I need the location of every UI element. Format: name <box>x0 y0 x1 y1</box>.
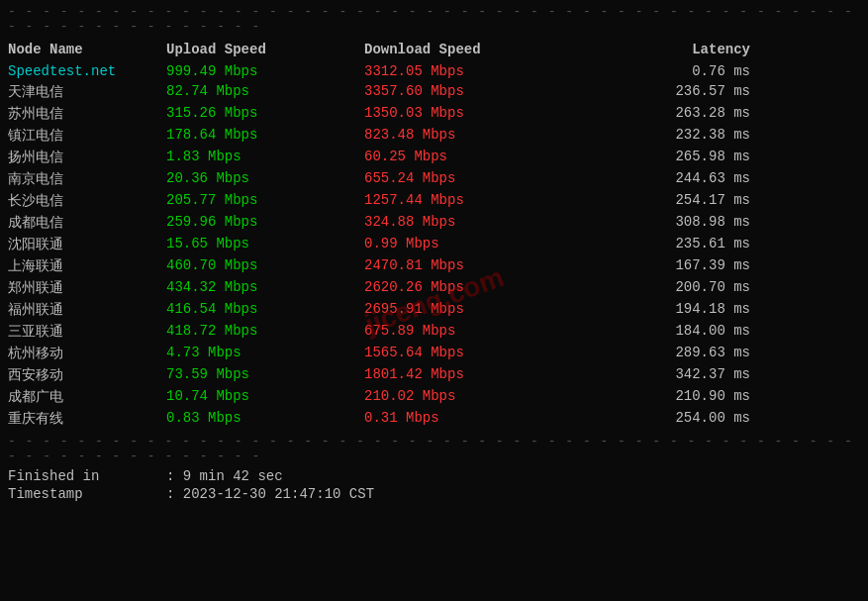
row-download: 324.88 Mbps <box>364 214 592 232</box>
row-latency: 167.39 ms <box>592 257 750 275</box>
row-download: 1257.44 Mbps <box>364 192 592 210</box>
footer-finished: Finished in : 9 min 42 sec <box>0 467 868 485</box>
row-latency: 263.28 ms <box>592 105 750 123</box>
row-latency: 210.90 ms <box>592 388 750 406</box>
header-node-name: Node Name <box>8 42 166 57</box>
row-latency: 342.37 ms <box>592 366 750 384</box>
row-name: 镇江电信 <box>8 127 166 145</box>
table-row: 南京电信 20.36 Mbps 655.24 Mbps 244.63 ms <box>0 168 868 190</box>
row-upload: 178.64 Mbps <box>166 127 364 145</box>
row-name: 三亚联通 <box>8 323 166 341</box>
row-download: 2620.26 Mbps <box>364 279 592 297</box>
row-upload: 205.77 Mbps <box>166 192 364 210</box>
table-row: 重庆有线 0.83 Mbps 0.31 Mbps 254.00 ms <box>0 408 868 430</box>
row-download: 0.99 Mbps <box>364 236 592 253</box>
table-row: 成都电信 259.96 Mbps 324.88 Mbps 308.98 ms <box>0 212 868 234</box>
row-upload: 416.54 Mbps <box>166 301 364 319</box>
row-upload: 434.32 Mbps <box>166 279 364 297</box>
row-name: 郑州联通 <box>8 279 166 297</box>
header-latency: Latency <box>592 42 750 57</box>
row-latency: 254.17 ms <box>592 192 750 210</box>
row-name: 苏州电信 <box>8 105 166 123</box>
row-download: 60.25 Mbps <box>364 149 592 166</box>
row-upload: 999.49 Mbps <box>166 63 364 79</box>
row-name: 长沙电信 <box>8 192 166 210</box>
row-download: 2695.91 Mbps <box>364 301 592 319</box>
table-row: 苏州电信 315.26 Mbps 1350.03 Mbps 263.28 ms <box>0 103 868 125</box>
table-body: Speedtest.net 999.49 Mbps 3312.05 Mbps 0… <box>0 61 868 430</box>
row-latency: 244.63 ms <box>592 170 750 188</box>
footer-timestamp: Timestamp : 2023-12-30 21:47:10 CST <box>0 485 868 503</box>
row-upload: 4.73 Mbps <box>166 345 364 362</box>
row-download: 0.31 Mbps <box>364 410 592 428</box>
row-name: Speedtest.net <box>8 63 166 79</box>
table-row: 杭州移动 4.73 Mbps 1565.64 Mbps 289.63 ms <box>0 343 868 364</box>
row-download: 3312.05 Mbps <box>364 63 592 79</box>
row-latency: 254.00 ms <box>592 410 750 428</box>
table-row: 沈阳联通 15.65 Mbps 0.99 Mbps 235.61 ms <box>0 234 868 255</box>
row-upload: 315.26 Mbps <box>166 105 364 123</box>
top-divider: - - - - - - - - - - - - - - - - - - - - … <box>0 0 868 38</box>
table-row: 镇江电信 178.64 Mbps 823.48 Mbps 232.38 ms <box>0 125 868 147</box>
table-row: 长沙电信 205.77 Mbps 1257.44 Mbps 254.17 ms <box>0 190 868 212</box>
timestamp-value: : 2023-12-30 21:47:10 CST <box>166 486 374 502</box>
row-upload: 82.74 Mbps <box>166 83 364 101</box>
row-download: 823.48 Mbps <box>364 127 592 145</box>
row-download: 3357.60 Mbps <box>364 83 592 101</box>
row-latency: 0.76 ms <box>592 63 750 79</box>
row-name: 上海联通 <box>8 257 166 275</box>
row-download: 1350.03 Mbps <box>364 105 592 123</box>
row-name: 福州联通 <box>8 301 166 319</box>
table-row: 上海联通 460.70 Mbps 2470.81 Mbps 167.39 ms <box>0 255 868 277</box>
row-upload: 0.83 Mbps <box>166 410 364 428</box>
table-row: 西安移动 73.59 Mbps 1801.42 Mbps 342.37 ms <box>0 364 868 386</box>
table-row: Speedtest.net 999.49 Mbps 3312.05 Mbps 0… <box>0 61 868 81</box>
row-upload: 10.74 Mbps <box>166 388 364 406</box>
row-name: 杭州移动 <box>8 345 166 362</box>
table-row: 郑州联通 434.32 Mbps 2620.26 Mbps 200.70 ms <box>0 277 868 299</box>
row-download: 2470.81 Mbps <box>364 257 592 275</box>
row-latency: 194.18 ms <box>592 301 750 319</box>
row-download: 210.02 Mbps <box>364 388 592 406</box>
row-name: 西安移动 <box>8 366 166 384</box>
table-row: 福州联通 416.54 Mbps 2695.91 Mbps 194.18 ms <box>0 299 868 321</box>
table-row: 天津电信 82.74 Mbps 3357.60 Mbps 236.57 ms <box>0 81 868 103</box>
row-upload: 15.65 Mbps <box>166 236 364 253</box>
row-name: 成都广电 <box>8 388 166 406</box>
row-upload: 1.83 Mbps <box>166 149 364 166</box>
main-container: jiceng.com - - - - - - - - - - - - - - -… <box>0 0 868 601</box>
row-latency: 308.98 ms <box>592 214 750 232</box>
finished-value: : 9 min 42 sec <box>166 468 283 484</box>
timestamp-label: Timestamp <box>8 486 166 502</box>
row-name: 南京电信 <box>8 170 166 188</box>
row-latency: 235.61 ms <box>592 236 750 253</box>
row-latency: 265.98 ms <box>592 149 750 166</box>
row-download: 1801.42 Mbps <box>364 366 592 384</box>
row-name: 沈阳联通 <box>8 236 166 253</box>
finished-label: Finished in <box>8 468 166 484</box>
row-name: 重庆有线 <box>8 410 166 428</box>
table-row: 三亚联通 418.72 Mbps 675.89 Mbps 184.00 ms <box>0 321 868 343</box>
table-header: Node Name Upload Speed Download Speed La… <box>0 38 868 61</box>
row-latency: 200.70 ms <box>592 279 750 297</box>
row-upload: 460.70 Mbps <box>166 257 364 275</box>
row-latency: 289.63 ms <box>592 345 750 362</box>
row-name: 扬州电信 <box>8 149 166 166</box>
row-latency: 184.00 ms <box>592 323 750 341</box>
row-upload: 20.36 Mbps <box>166 170 364 188</box>
table-row: 成都广电 10.74 Mbps 210.02 Mbps 210.90 ms <box>0 386 868 408</box>
row-download: 675.89 Mbps <box>364 323 592 341</box>
table-row: 扬州电信 1.83 Mbps 60.25 Mbps 265.98 ms <box>0 147 868 168</box>
row-name: 成都电信 <box>8 214 166 232</box>
header-upload: Upload Speed <box>166 42 364 57</box>
row-download: 1565.64 Mbps <box>364 345 592 362</box>
row-latency: 236.57 ms <box>592 83 750 101</box>
header-download: Download Speed <box>364 42 592 57</box>
row-upload: 259.96 Mbps <box>166 214 364 232</box>
row-name: 天津电信 <box>8 83 166 101</box>
row-upload: 73.59 Mbps <box>166 366 364 384</box>
row-upload: 418.72 Mbps <box>166 323 364 341</box>
bottom-divider: - - - - - - - - - - - - - - - - - - - - … <box>0 430 868 467</box>
row-download: 655.24 Mbps <box>364 170 592 188</box>
row-latency: 232.38 ms <box>592 127 750 145</box>
